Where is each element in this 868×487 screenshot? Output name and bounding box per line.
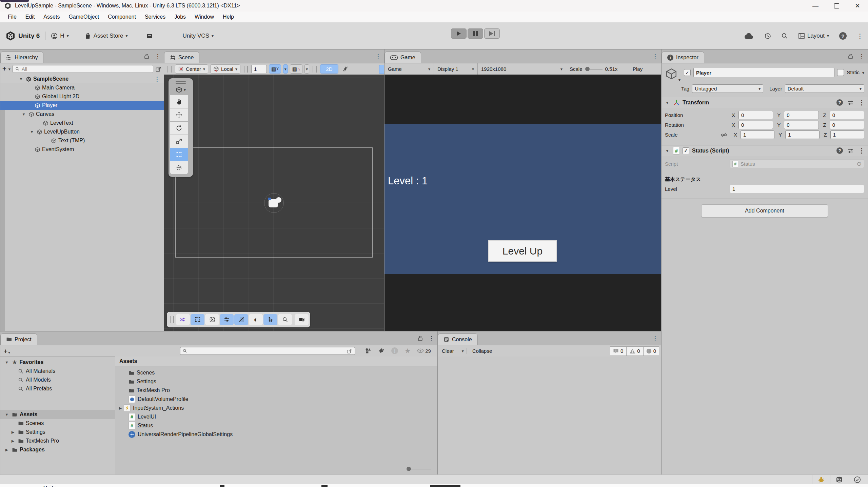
menu-help[interactable]: Help [218, 14, 238, 20]
lock-icon[interactable] [418, 336, 423, 341]
asset-item[interactable]: Settings [115, 377, 437, 386]
maximize-button[interactable] [826, 0, 847, 12]
unlink-icon[interactable] [721, 132, 727, 138]
level-up-button[interactable]: Level Up [488, 240, 557, 262]
rotation-z-field[interactable]: 0 [830, 121, 864, 129]
menu-component[interactable]: Component [103, 14, 140, 20]
overlay-drag-handle[interactable] [176, 81, 186, 82]
audio-toggle-clipped[interactable] [379, 65, 384, 74]
collapse-button[interactable]: Collapse [470, 348, 495, 354]
foldout-closed-icon[interactable]: ▶ [4, 448, 10, 452]
transform-tool[interactable] [170, 161, 188, 174]
scale-z-field[interactable]: 1 [830, 130, 864, 139]
hierarchy-item-scene[interactable]: ▼ SampleScene ⋮ [0, 75, 164, 83]
toolbar-grip[interactable] [167, 66, 172, 73]
kebab-menu-icon[interactable]: ⋮ [859, 53, 865, 60]
kebab-menu-icon[interactable]: ⋮ [428, 334, 435, 342]
position-x-field[interactable]: 0 [738, 111, 773, 119]
account-menu[interactable]: H ▾ [51, 33, 68, 39]
hierarchy-item[interactable]: Text (TMP) [0, 136, 164, 145]
move-tool[interactable] [170, 108, 188, 121]
toolbar-grip[interactable] [244, 66, 248, 73]
hierarchy-item[interactable]: ▼ LevelUpButton [0, 127, 164, 136]
play-button[interactable] [451, 28, 467, 39]
scene-lighting-toggle[interactable] [340, 65, 350, 73]
hierarchy-search-input[interactable]: All [13, 65, 153, 73]
create-asset-button[interactable]: + [4, 347, 7, 355]
foldout-open-icon[interactable]: ▼ [664, 101, 670, 105]
help-icon[interactable]: ? [836, 147, 843, 154]
active-checkbox[interactable]: ✓ [684, 69, 691, 76]
position-y-field[interactable]: 0 [784, 111, 818, 119]
kebab-menu-icon[interactable]: ⋮ [859, 147, 865, 155]
archive-button[interactable] [146, 33, 153, 39]
picker-icon[interactable] [155, 66, 162, 72]
snap-toggle[interactable]: ▦ ∩ [290, 64, 302, 74]
rotation-y-field[interactable]: 0 [784, 121, 818, 129]
progress-cell[interactable] [848, 475, 866, 484]
component-enabled-checkbox[interactable]: ✓ [683, 147, 689, 154]
hierarchy-item[interactable]: Global Light 2D [0, 92, 164, 101]
tree-folder[interactable]: ▶ TextMesh Pro [0, 437, 115, 445]
orientation-dropdown[interactable]: Local ▾ [210, 64, 240, 74]
foldout-closed-icon[interactable]: ▶ [10, 439, 16, 443]
scale-slider[interactable] [585, 67, 603, 71]
grid-size-field[interactable]: 1 [251, 65, 267, 73]
foldout-closed-icon[interactable]: ▶ [117, 406, 123, 410]
foldout-open-icon[interactable]: ▼ [4, 360, 10, 364]
kebab-menu-icon[interactable]: ⋮ [154, 75, 160, 83]
snap-dropdown[interactable]: ▾ [304, 64, 309, 74]
toolbar-grip[interactable] [313, 66, 317, 73]
slider-knob[interactable] [585, 67, 590, 71]
search-by-label-icon[interactable] [378, 347, 385, 354]
rotation-x-field[interactable]: 0 [738, 121, 773, 129]
tool-settings-dropdown[interactable]: ▾ [170, 85, 191, 95]
tool-handle-toggle[interactable] [205, 314, 219, 325]
info-count-toggle[interactable]: 0 [610, 346, 626, 356]
step-button[interactable] [484, 28, 500, 39]
gameobject-name-field[interactable]: Player [693, 68, 834, 77]
console-log-area[interactable] [438, 357, 661, 474]
add-component-button[interactable]: Add Component [701, 204, 828, 217]
gizmo-visibility-toggle[interactable] [263, 314, 277, 325]
overlay-drag-handle[interactable] [170, 316, 174, 323]
scale-y-field[interactable]: 1 [785, 130, 819, 139]
display-dropdown[interactable]: Display 1 ▾ [434, 63, 478, 75]
kebab-menu-icon[interactable]: ⋮ [652, 334, 658, 342]
scale-tool[interactable] [170, 135, 188, 148]
shaded-mode-toggle[interactable]: ◐ [249, 314, 263, 325]
kebab-menu-icon[interactable]: ⋮ [859, 99, 865, 106]
layer-dropdown[interactable]: Default ▾ [785, 84, 864, 93]
cloud-icon[interactable] [744, 32, 754, 40]
chevron-down-icon[interactable]: ▾ [862, 70, 864, 75]
game-view-dropdown[interactable]: Game ▾ [384, 63, 434, 75]
transform-header[interactable]: ▼ Transform ? ⋮ [662, 97, 868, 108]
grid-axis-toggle[interactable]: ▦ Y [269, 64, 281, 74]
scale-x-field[interactable]: 1 [741, 130, 774, 139]
hierarchy-item[interactable]: ▼ Canvas [0, 110, 164, 119]
favorites-item[interactable]: All Prefabs [0, 384, 115, 393]
tab-console[interactable]: Console [438, 333, 478, 345]
play-focus-toggle[interactable] [176, 314, 190, 325]
menu-jobs[interactable]: Jobs [170, 14, 190, 20]
kebab-menu-icon[interactable]: ⋮ [375, 53, 381, 60]
lock-icon[interactable] [848, 54, 853, 59]
tab-game[interactable]: Game [384, 52, 421, 63]
presets-icon[interactable] [848, 100, 854, 105]
tag-dropdown[interactable]: Untagged ▾ [692, 84, 763, 93]
lock-icon[interactable] [144, 54, 149, 59]
search-icon[interactable] [781, 33, 788, 39]
grid-axis-dropdown[interactable]: ▾ [283, 64, 288, 74]
asset-item[interactable]: Scenes [115, 368, 437, 377]
rect-gizmos-toggle[interactable] [191, 314, 204, 325]
hidden-lines-toggle[interactable] [234, 314, 248, 325]
cache-server-cell[interactable] [830, 475, 848, 484]
close-button[interactable]: × [847, 0, 868, 12]
rect-tool-active[interactable] [170, 148, 188, 161]
2d-mode-toggle[interactable]: 2D [320, 64, 338, 74]
tab-inspector[interactable]: i Inspector [662, 52, 704, 63]
menu-edit[interactable]: Edit [21, 14, 39, 20]
foldout-open-icon[interactable]: ▼ [18, 77, 24, 81]
object-picker-icon[interactable]: ⊙ [857, 160, 862, 167]
rotate-tool[interactable] [170, 122, 188, 135]
